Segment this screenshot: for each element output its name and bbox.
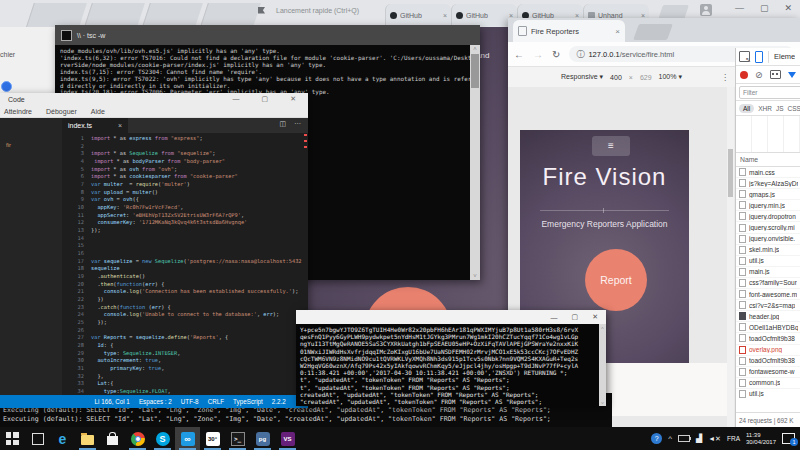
menu-item[interactable]: Déboguer xyxy=(46,108,77,115)
taskbar-item[interactable]: 30° xyxy=(200,427,225,450)
network-request-row[interactable]: toadOcfmlt9b38 xyxy=(736,333,800,344)
filter-funnel-icon[interactable] xyxy=(788,72,796,78)
close-button[interactable]: ✕ xyxy=(592,313,598,321)
taskbar-item[interactable] xyxy=(0,427,25,450)
network-request-row[interactable]: jquery.dropotron xyxy=(736,211,800,222)
report-button[interactable]: Report xyxy=(585,249,647,311)
taskbar-item[interactable] xyxy=(25,427,50,450)
terminal-titlebar[interactable]: \\ · tsc -w xyxy=(55,25,480,45)
tab-close-icon[interactable]: × xyxy=(443,12,447,19)
scroll-thumb[interactable] xyxy=(471,54,479,88)
taskbar-item[interactable] xyxy=(75,427,100,450)
tab-close-icon[interactable]: × xyxy=(615,27,620,36)
filmstrip-icon[interactable] xyxy=(770,70,781,79)
network-request-row[interactable]: jquery.scrolly.mi xyxy=(736,222,800,233)
console-scrollbar[interactable]: ˄ ˅ xyxy=(599,324,606,406)
back-icon[interactable]: ← xyxy=(514,49,524,60)
vscode-titlebar[interactable]: Code — ▢ ✕ xyxy=(0,93,308,105)
tab-close-icon[interactable]: × xyxy=(118,122,122,129)
browser-tab[interactable]: GitHub × xyxy=(385,4,451,26)
network-filter-input[interactable] xyxy=(739,86,800,99)
scroll-up-icon[interactable]: ˄ xyxy=(599,324,606,331)
site-info-icon[interactable]: ⓘ xyxy=(576,49,584,60)
minimize-button[interactable]: — xyxy=(735,3,744,13)
taskbar-item[interactable] xyxy=(125,427,150,450)
network-request-row[interactable]: main.css xyxy=(736,167,800,178)
encoding[interactable]: UTF-8 xyxy=(181,398,199,405)
network-request-row[interactable]: js?key=AIzaSyDr xyxy=(736,178,800,189)
taskbar-item[interactable]: >_ xyxy=(225,427,250,450)
scroll-up-icon[interactable]: ˄ xyxy=(470,45,480,53)
maximize-button[interactable]: ▢ xyxy=(760,3,769,13)
console-titlebar[interactable]: — ▢ ✕ xyxy=(296,310,606,324)
network-request-row[interactable]: fontawesome-w xyxy=(736,367,800,378)
network-request-row[interactable]: csi?v=2&s=map xyxy=(736,300,800,311)
request-filter-chip[interactable]: All xyxy=(739,104,754,113)
close-button[interactable]: ✕ xyxy=(784,3,792,13)
device-toolbar-toggle-icon[interactable] xyxy=(755,51,763,63)
record-icon[interactable] xyxy=(740,71,748,79)
minimize-button[interactable]: — xyxy=(233,95,240,103)
reload-icon[interactable]: ↻ xyxy=(552,49,560,60)
maximize-button[interactable]: ▢ xyxy=(262,95,269,103)
scroll-down-icon[interactable]: ˅ xyxy=(599,399,606,406)
taskbar-item[interactable]: VS xyxy=(275,427,300,450)
preview-scrollbar[interactable] xyxy=(727,87,734,427)
code-editor[interactable]: 1 import * as express from "express"; 2 … xyxy=(62,134,308,395)
taskbar-item[interactable]: e xyxy=(50,427,75,450)
background-tab[interactable] xyxy=(84,3,145,27)
device-mode-select[interactable]: Responsive ▾ xyxy=(561,73,603,81)
action-center-icon[interactable]: 1 xyxy=(782,433,795,444)
network-request-row[interactable]: ODell1aHBYDBq xyxy=(736,322,800,333)
scroll-thumb[interactable] xyxy=(728,149,733,197)
network-request-row[interactable]: gmaps.js xyxy=(736,189,800,200)
menu-item[interactable]: Atteindre xyxy=(4,108,32,115)
background-tab[interactable] xyxy=(26,3,87,27)
indentation[interactable]: Espaces : 2 xyxy=(139,398,172,405)
quick-launch-box[interactable]: Lancement rapide (Ctrl+Q) xyxy=(276,7,359,14)
network-icon[interactable]: ▟ xyxy=(696,435,702,443)
maximize-button[interactable]: ▢ xyxy=(572,313,579,321)
terminal-scrollbar[interactable]: ˄ ˅ xyxy=(470,45,480,280)
language-indicator[interactable]: FRA xyxy=(727,435,740,442)
device-toolbar-menu-icon[interactable]: ⋮ xyxy=(721,73,729,82)
profile-icon[interactable] xyxy=(700,4,712,16)
editor-actions-icons[interactable]: ◫ ⋯ xyxy=(279,120,304,128)
network-request-row[interactable]: jquery.onvisible. xyxy=(736,234,800,245)
background-tab[interactable] xyxy=(200,3,261,27)
sidebar-file-fragment[interactable]: fir xyxy=(6,142,11,148)
background-tab[interactable] xyxy=(142,3,203,27)
network-request-row[interactable]: toadOcfmlt9b38 xyxy=(736,356,800,367)
volume-muted-icon[interactable]: ◄✕ xyxy=(708,435,721,443)
clock[interactable]: 11:39 30/04/2017 xyxy=(746,432,776,446)
taskbar-item[interactable]: S xyxy=(150,427,175,450)
network-request-row[interactable]: css?family=Sour xyxy=(736,278,800,289)
taskbar-item[interactable]: ∞ xyxy=(175,427,200,450)
inspect-icon[interactable] xyxy=(739,51,750,62)
cursor-position[interactable]: Li 166, Col 1 xyxy=(95,398,130,405)
network-request-row[interactable]: overlay.png xyxy=(736,345,800,356)
tab-fire-reporters[interactable]: Fire Reporters × xyxy=(513,20,625,42)
ts-version[interactable]: 2.2.2 xyxy=(272,398,286,405)
request-filter-chip[interactable]: CSS xyxy=(788,105,800,112)
request-filter-chip[interactable]: JS xyxy=(776,105,784,112)
network-request-row[interactable]: skel.min.js xyxy=(736,245,800,256)
zoom-select[interactable]: 100% ▾ xyxy=(659,73,682,81)
tab-index-ts[interactable]: index.ts × xyxy=(62,118,128,133)
device-height-input[interactable]: 629 xyxy=(640,74,652,81)
network-request-row[interactable]: font-awesome.m xyxy=(736,289,800,300)
vscode-sidebar[interactable]: fir xyxy=(0,118,62,395)
request-filter-chip[interactable]: XHR xyxy=(758,105,772,112)
network-request-row[interactable]: util.js xyxy=(736,389,800,399)
minimize-button[interactable]: — xyxy=(551,314,558,321)
tab-elements[interactable]: Eleme xyxy=(774,52,795,61)
hamburger-menu-button[interactable]: ≡ xyxy=(592,136,630,156)
network-request-row[interactable]: common.js xyxy=(736,378,800,389)
battery-icon[interactable] xyxy=(678,435,690,442)
menu-item[interactable]: Aide xyxy=(91,108,105,115)
network-request-row[interactable]: header.jpg xyxy=(736,311,800,322)
name-column-header[interactable]: Name xyxy=(736,153,800,167)
eol[interactable]: CRLF xyxy=(208,398,224,405)
clear-icon[interactable]: ⊘ xyxy=(755,71,763,79)
network-request-row[interactable]: main.js xyxy=(736,267,800,278)
